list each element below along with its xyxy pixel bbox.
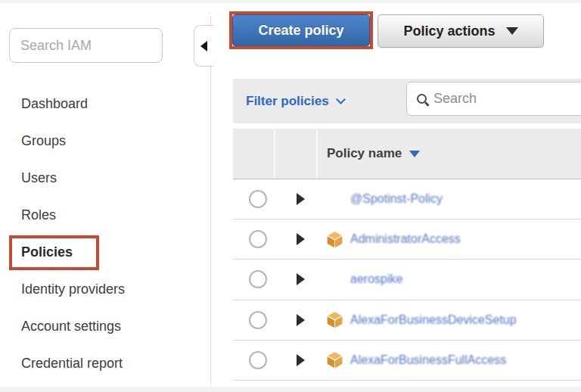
filter-policies-dropdown[interactable]: Filter policies — [246, 94, 344, 109]
policy-search-input[interactable] — [433, 91, 581, 107]
sidebar-divider — [210, 17, 211, 384]
sidebar-item-identity-providers[interactable]: Identity providers — [0, 271, 204, 308]
chevron-left-icon — [200, 41, 207, 51]
aws-managed-policy-icon — [325, 310, 344, 329]
chevron-down-icon — [336, 95, 346, 104]
sidebar-item-roles[interactable]: Roles — [0, 197, 204, 234]
policy-name-link[interactable]: AdministratorAccess — [350, 232, 461, 246]
sidebar-item-label: Groups — [21, 133, 66, 149]
aws-managed-policy-icon — [325, 350, 344, 369]
expand-row-icon[interactable] — [297, 193, 305, 205]
policy-name-cell: AlexaForBusinessFullAccess — [325, 350, 506, 369]
radio-button[interactable] — [249, 230, 267, 248]
policy-actions-label: Policy actions — [403, 23, 495, 39]
expand-row-icon[interactable] — [297, 233, 305, 245]
table-body: @Spotinst-Policy AdministratorAccess — [233, 179, 581, 381]
caret-down-icon — [506, 27, 518, 35]
radio-button[interactable] — [249, 311, 267, 329]
policy-name-cell: aerospike — [325, 270, 402, 289]
annotation-box-create-policy: Create policy — [229, 11, 373, 49]
sidebar-item-users[interactable]: Users — [0, 160, 204, 197]
sidebar-item-label: Dashboard — [21, 96, 88, 112]
expand-row-icon[interactable] — [297, 354, 305, 366]
sidebar-item-label: Policies — [21, 244, 73, 260]
table-row: AlexaForBusinessFullAccess — [233, 341, 581, 381]
policy-name-link[interactable]: aerospike — [350, 272, 402, 286]
policy-name-cell: @Spotinst-Policy — [325, 190, 443, 209]
policy-name-cell: AdministratorAccess — [325, 230, 461, 249]
aws-managed-policy-icon — [325, 230, 344, 249]
policy-name-cell: AlexaForBusinessDeviceSetup — [325, 310, 517, 329]
radio-button[interactable] — [249, 351, 267, 369]
create-policy-button[interactable]: Create policy — [232, 14, 370, 46]
filter-bar: Filter policies — [233, 79, 581, 123]
table-row: AlexaForBusinessDeviceSetup — [233, 300, 581, 341]
sidebar-nav: Dashboard Groups Users Roles Policies Id… — [0, 86, 204, 382]
column-separator — [316, 129, 318, 179]
policy-name-link[interactable]: @Spotinst-Policy — [350, 192, 443, 206]
sidebar-item-policies[interactable]: Policies — [0, 234, 204, 271]
table-row: AdministratorAccess — [233, 219, 581, 260]
sidebar-item-credential-report[interactable]: Credential report — [0, 345, 204, 382]
column-separator — [274, 129, 275, 179]
policy-name-header-label: Policy name — [327, 146, 402, 161]
radio-button[interactable] — [249, 270, 267, 288]
table-row: @Spotinst-Policy — [233, 179, 581, 219]
policy-name-link[interactable]: AlexaForBusinessFullAccess — [350, 353, 506, 367]
sidebar-item-label: Account settings — [21, 319, 121, 334]
radio-button[interactable] — [249, 190, 267, 208]
expand-row-icon[interactable] — [297, 314, 305, 326]
expand-row-icon[interactable] — [297, 273, 305, 285]
sidebar-item-label: Roles — [21, 207, 56, 223]
sidebar-item-label: Identity providers — [21, 282, 125, 297]
sidebar-item-label: Users — [21, 170, 57, 186]
policy-name-column-header[interactable]: Policy name — [327, 129, 420, 179]
iam-policies-page: Dashboard Groups Users Roles Policies Id… — [0, 0, 581, 392]
policy-name-link[interactable]: AlexaForBusinessDeviceSetup — [350, 313, 517, 327]
sidebar-item-label: Credential report — [21, 356, 123, 372]
collapse-sidebar-button[interactable] — [194, 25, 213, 67]
policy-actions-button[interactable]: Policy actions — [377, 14, 544, 48]
sidebar-item-account-settings[interactable]: Account settings — [0, 308, 204, 345]
sidebar: Dashboard Groups Users Roles Policies Id… — [0, 0, 210, 392]
search-iam-input[interactable] — [9, 28, 163, 63]
policies-table: Filter policies Policy name — [233, 79, 581, 381]
sort-caret-icon — [409, 151, 420, 157]
filter-policies-label: Filter policies — [246, 94, 329, 109]
sidebar-item-groups[interactable]: Groups — [0, 123, 204, 160]
table-row: aerospike — [233, 260, 581, 300]
table-header-row: Policy name — [233, 129, 581, 179]
sidebar-item-dashboard[interactable]: Dashboard — [0, 86, 204, 123]
search-icon — [417, 94, 427, 104]
policy-search-box — [406, 82, 581, 116]
